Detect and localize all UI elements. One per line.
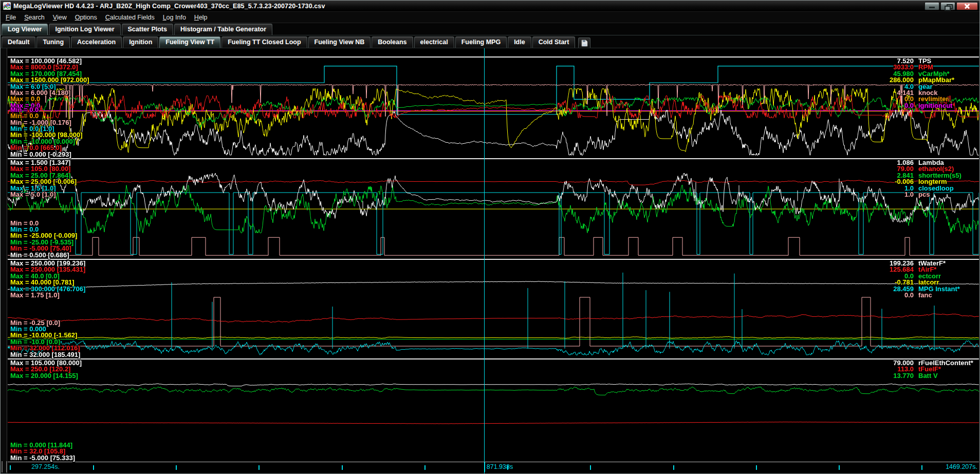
panel-4-readouts: 79.000rFuelEthContent*113.0tFuelF*13.770… [874, 360, 978, 379]
panel-2-max-labels: Max = 1.500 [1.347]Max = 105.0 [80.00]Ma… [10, 160, 77, 198]
timeline-cursor-label: 871.938s [487, 463, 513, 470]
timeline-tick [424, 465, 426, 470]
plot-region: Max = 100.000 [46.582]Max = 8000.0 [5372… [8, 48, 979, 473]
timeline-tick [839, 465, 840, 470]
readout-pcs: 1.0pcs [874, 192, 978, 198]
max-label: Max = 20.000 [14.155] [10, 373, 82, 379]
trace-canvas-2[interactable] [8, 159, 979, 259]
app-icon [3, 2, 11, 10]
min-label: Min = 0.000 [-0.293] [10, 151, 83, 158]
menu-item-help[interactable]: Help [190, 12, 212, 23]
view-tab-bar: DefaultTuningAccelerationIgnitionFueling… [1, 35, 979, 48]
view-tab-tuning[interactable]: Tuning [36, 36, 70, 48]
view-tab-acceleration[interactable]: Acceleration [71, 36, 122, 48]
menu-item-view[interactable]: View [49, 12, 71, 23]
chart-area: Max = 100.000 [46.582]Max = 8000.0 [5372… [1, 48, 979, 473]
timeline-tick [93, 465, 94, 470]
view-tab-ignition[interactable]: Ignition [123, 36, 158, 48]
readout-fanc: 0.0fanc [874, 292, 978, 298]
left-splitter[interactable] [1, 48, 7, 473]
time-cursor[interactable] [484, 48, 485, 473]
view-tab-cold-start[interactable]: Cold Start [532, 36, 576, 48]
timeline-tick [921, 465, 922, 470]
main-tab-bar: Log ViewerIgnition Log ViewerScatter Plo… [1, 23, 979, 35]
readout-name: ignitioncut [918, 103, 978, 109]
restore-button[interactable] [940, 2, 955, 10]
readout-value: 0.0 [874, 292, 914, 298]
timeline-tick [756, 465, 757, 470]
close-button[interactable] [956, 2, 978, 10]
panel-3-max-labels: Max = 250.000 [199.236]Max = 250.000 [13… [10, 260, 85, 298]
panel-2-readouts: 1.086Lambda79.00ethanol(s2)2.841shortter… [874, 160, 978, 198]
panel-1-max-labels: Max = 100.000 [46.582]Max = 8000.0 [5372… [10, 58, 89, 109]
readout-value: 13.770 [874, 373, 914, 379]
max-label: Max = 1.75 [1.0] [10, 292, 85, 298]
panel-3-readouts: 199.236tWaterF*125.684tAirF*0.0ectcorr-0… [874, 260, 978, 298]
view-tab-electrical[interactable]: electrical [414, 36, 454, 48]
timeline-start-label: 297.254s. [31, 463, 60, 470]
timeline-end-label: 1469.207s. [946, 463, 977, 470]
timeline-tick [176, 465, 177, 470]
chart-panel-4: Max = 105.000 [80.000]Max = 250.0 [120.2… [8, 358, 979, 462]
view-tab-default[interactable]: Default [2, 36, 35, 48]
readout-name: pcs [918, 192, 978, 198]
panel-1-readouts: 7.520TPS3033.0RPM45.980vCarMph*286.000pM… [874, 58, 978, 109]
timeline-tick [590, 465, 591, 470]
trace-canvas-3[interactable] [8, 260, 979, 358]
tab-ignition-log-viewer[interactable]: Ignition Log Viewer [49, 24, 120, 35]
window-title: MegaLogViewer HD 4.4.23 - ARJ_B20Z_High … [13, 3, 325, 10]
view-tab-booleans[interactable]: Booleans [372, 36, 413, 48]
panel-4-max-labels: Max = 105.000 [80.000]Max = 250.0 [120.2… [10, 360, 82, 379]
timeline-tick [342, 465, 343, 470]
view-tab-idle[interactable]: Idle [508, 36, 531, 48]
tab-log-viewer[interactable]: Log Viewer [2, 24, 48, 35]
menu-bar: FileSearchViewOptionsCalculated FieldsLo… [1, 12, 979, 23]
chart-panel-2: Max = 1.500 [1.347]Max = 105.0 [80.00]Ma… [8, 158, 979, 259]
timeline-bar[interactable]: 297.254s. 871.938s 1469.207s. [8, 462, 979, 471]
panel-2-min-labels: Min = 0.0Min = 0.0Min = -25.000 [-0.009]… [10, 220, 77, 258]
menu-item-file[interactable]: File [2, 12, 20, 23]
timeline-tick [258, 465, 260, 470]
readout-ignitioncut: 0.0ignitioncut [874, 103, 978, 109]
tab-histogram-table-generator[interactable]: Histogram / Table Generator [174, 24, 272, 35]
view-tab-fueling-view-tt[interactable]: Fueling View TT [159, 36, 220, 48]
title-bar: MegaLogViewer HD 4.4.23 - ARJ_B20Z_High … [1, 1, 979, 12]
readout-value: 0.0 [874, 103, 914, 109]
menu-item-options[interactable]: Options [71, 12, 101, 23]
readout-value: 1.0 [874, 192, 914, 198]
readout-batt-v: 13.770Batt V [874, 373, 978, 379]
menu-item-log-info[interactable]: Log Info [159, 12, 190, 23]
menu-item-calculated-fields[interactable]: Calculated Fields [101, 12, 159, 23]
chart-panel-1: Max = 100.000 [46.582]Max = 8000.0 [5372… [8, 56, 979, 158]
panel-4-min-labels: Min = 0.000 [11.844]Min = 32.0 [105.8]Mi… [10, 442, 75, 461]
view-tab-fueling-tt-closed-loop[interactable]: Fueling TT Closed Loop [221, 36, 307, 48]
timeline-tick [673, 465, 674, 470]
min-label: Min = -5.000 [75.333] [10, 455, 75, 461]
app-window: MegaLogViewer HD 4.4.23 - ARJ_B20Z_High … [0, 0, 980, 474]
min-label: Min = 0.500 [0.686] [10, 252, 77, 258]
tab-scatter-plots[interactable]: Scatter Plots [122, 24, 173, 35]
panel-1-min-labels: Min = 0.0Min = 0.0Min = -1.000 [0.176]Mi… [10, 107, 83, 158]
trace-canvas-1[interactable] [8, 58, 979, 158]
view-tab-fueling-mpg[interactable]: Fueling MPG [455, 36, 507, 48]
save-icon [581, 40, 588, 47]
menu-item-search[interactable]: Search [20, 12, 49, 23]
timeline-tick [10, 465, 11, 470]
view-tab-fueling-view-nb[interactable]: Fueling View NB [308, 36, 371, 48]
chart-panel-3: Max = 250.000 [199.236]Max = 250.000 [13… [8, 259, 979, 358]
readout-name: fanc [918, 292, 978, 298]
save-view-button[interactable] [578, 37, 590, 48]
minimize-button[interactable] [924, 2, 939, 10]
plot-top-gap [8, 48, 979, 56]
max-label: Max = 5.0 [1.0] [10, 192, 77, 198]
panel-3-min-labels: Min = -0.25 [0.0]Min = 0.000Min = -10.00… [10, 320, 80, 358]
window-controls [923, 2, 978, 10]
readout-name: Batt V [918, 373, 978, 379]
trace-canvas-4[interactable] [8, 359, 979, 462]
min-label: Min = 32.000 [185.491] [10, 352, 80, 358]
